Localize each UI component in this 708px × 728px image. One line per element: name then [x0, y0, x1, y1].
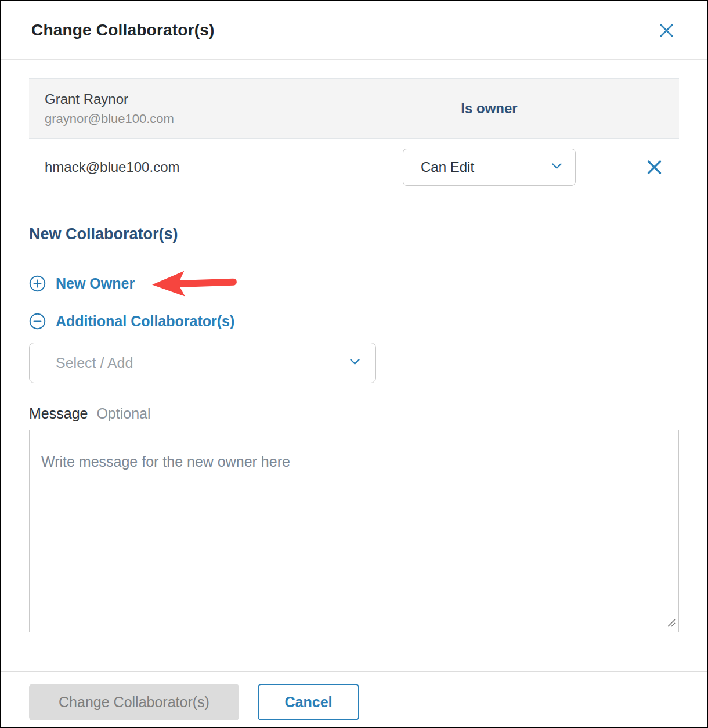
remove-collaborator-button[interactable]: [644, 157, 665, 178]
resize-grip-icon[interactable]: [665, 617, 677, 628]
close-button[interactable]: [655, 19, 678, 42]
owner-identity: Grant Raynor graynor@blue100.com: [45, 91, 174, 127]
collaborator-email: hmack@blue100.com: [45, 159, 179, 175]
change-collaborators-button[interactable]: Change Collaborator(s): [29, 684, 239, 720]
owner-email: graynor@blue100.com: [45, 111, 174, 127]
plus-circle-icon: [29, 275, 46, 292]
select-add-placeholder: Select / Add: [56, 355, 133, 372]
dialog-footer: Change Collaborator(s) Cancel: [1, 671, 707, 720]
section-divider: [29, 253, 679, 253]
message-label: Message: [29, 405, 88, 421]
owner-role-label: Is owner: [461, 100, 517, 117]
dialog-header: Change Collaborator(s): [1, 1, 707, 60]
minus-circle-icon: [29, 313, 46, 330]
page-title: Change Collaborator(s): [31, 21, 215, 39]
x-icon: [646, 169, 663, 178]
select-add-dropdown[interactable]: Select / Add: [29, 343, 376, 383]
arrow-left-icon: [150, 267, 240, 299]
dialog-body: Grant Raynor graynor@blue100.com Is owne…: [1, 78, 707, 632]
permission-select[interactable]: Can Edit: [403, 149, 576, 186]
message-label-row: Message Optional: [29, 405, 679, 422]
close-icon: [658, 33, 676, 41]
chevron-down-icon: [349, 358, 360, 368]
cancel-button[interactable]: Cancel: [258, 684, 359, 720]
message-textarea[interactable]: [29, 430, 679, 632]
new-collaborators-heading: New Collaborator(s): [29, 225, 679, 243]
owner-role-cell: Is owner: [403, 100, 576, 117]
message-optional-hint: Optional: [96, 405, 150, 421]
change-collaborators-dialog: Change Collaborator(s) Grant Raynor gray…: [1, 1, 707, 720]
permission-selected-value: Can Edit: [421, 159, 474, 175]
owner-row: Grant Raynor graynor@blue100.com Is owne…: [29, 78, 679, 139]
new-owner-button[interactable]: New Owner: [29, 269, 239, 298]
owner-name: Grant Raynor: [45, 91, 174, 107]
message-field-container: [29, 430, 679, 632]
additional-collaborators-label: Additional Collaborator(s): [56, 313, 234, 330]
additional-collaborators-button[interactable]: Additional Collaborator(s): [29, 313, 234, 330]
new-owner-label: New Owner: [56, 275, 135, 292]
chevron-down-icon: [551, 162, 562, 172]
collaborator-row: hmack@blue100.com Can Edit: [29, 139, 679, 196]
